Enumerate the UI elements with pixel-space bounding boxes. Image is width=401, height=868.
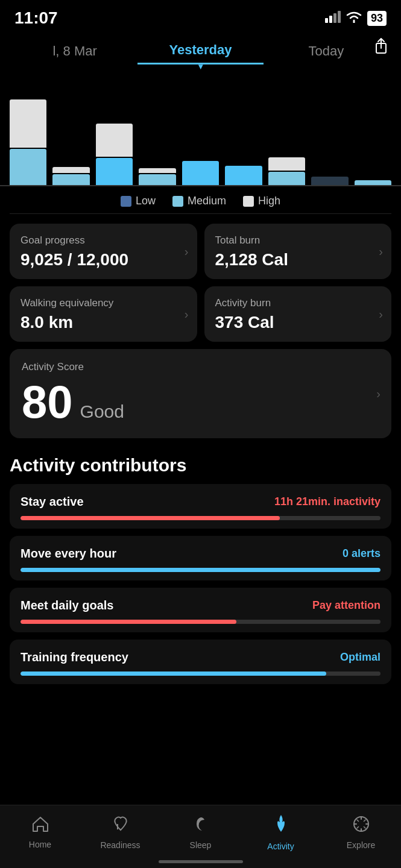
- chart-bar-1: [10, 99, 46, 185]
- activity-burn-label: Activity burn: [215, 297, 381, 309]
- legend-low: Low: [121, 195, 156, 207]
- tab-next[interactable]: Today: [264, 39, 389, 64]
- explore-icon: [352, 815, 370, 837]
- meet-daily-goals-name: Meet daily goals: [21, 599, 114, 612]
- nav-readiness-label: Readiness: [100, 840, 140, 850]
- stay-active-name: Stay active: [21, 495, 84, 509]
- walking-label: Walking equivalency: [21, 297, 186, 309]
- legend-dot-low: [121, 196, 131, 207]
- signal-icon: [325, 11, 341, 25]
- share-button[interactable]: [373, 37, 389, 59]
- contributor-training-frequency[interactable]: Training frequency Optimal: [10, 640, 391, 684]
- sleep-icon: [193, 815, 209, 837]
- legend-high-label: High: [258, 195, 280, 207]
- chart-bar-4: [139, 168, 175, 185]
- contributor-move-every-hour[interactable]: Move every hour 0 alerts: [10, 536, 391, 580]
- home-indicator: [159, 860, 243, 863]
- nav-explore[interactable]: Explore: [321, 815, 401, 850]
- contributor-stay-active[interactable]: Stay active 11h 21min. inactivity: [10, 484, 391, 529]
- stay-active-progress-bg: [21, 516, 380, 520]
- chart-bar-6: [225, 166, 262, 185]
- walking-value: 8.0 km: [21, 313, 186, 332]
- status-bar: 11:07 93: [0, 0, 401, 33]
- activity-burn-chevron: ›: [379, 307, 383, 321]
- wifi-icon: [346, 11, 362, 25]
- goal-progress-chevron: ›: [185, 245, 189, 259]
- stat-card-goal-progress[interactable]: Goal progress 9,025 / 12,000 ›: [10, 224, 197, 279]
- activity-burn-value: 373 Cal: [215, 313, 381, 332]
- tab-prev[interactable]: l, 8 Mar: [12, 39, 137, 64]
- move-every-hour-status: 0 alerts: [343, 547, 380, 560]
- nav-sleep-label: Sleep: [190, 840, 212, 850]
- bottom-navigation: Home Readiness Sleep Activity: [0, 805, 401, 868]
- nav-explore-label: Explore: [347, 840, 375, 850]
- legend-dot-high: [243, 196, 254, 207]
- nav-home-label: Home: [29, 840, 51, 849]
- svg-rect-0: [325, 18, 328, 23]
- legend-medium-label: Medium: [188, 195, 226, 207]
- activity-chart: [0, 64, 401, 185]
- move-every-hour-name: Move every hour: [21, 547, 116, 561]
- move-every-hour-progress-bg: [21, 568, 380, 572]
- chart-bar-5: [182, 161, 219, 185]
- chart-bar-8: [311, 177, 348, 185]
- training-frequency-progress-bg: [21, 671, 380, 676]
- legend-dot-medium: [172, 196, 183, 207]
- battery-badge: 93: [367, 11, 387, 26]
- nav-home[interactable]: Home: [0, 816, 80, 849]
- activity-score-number: 80: [22, 379, 73, 425]
- goal-progress-value: 9,025 / 12,000: [21, 250, 186, 269]
- activity-score-chevron: ›: [376, 387, 380, 401]
- activity-score-value: 80 Good: [22, 379, 379, 425]
- stat-card-walking[interactable]: Walking equivalency 8.0 km ›: [10, 286, 197, 342]
- legend-low-label: Low: [136, 195, 156, 207]
- contributor-meet-daily-goals[interactable]: Meet daily goals Pay attention: [10, 588, 391, 632]
- meet-daily-goals-progress-fill: [21, 620, 236, 624]
- training-frequency-progress-fill: [21, 671, 326, 676]
- legend-high: High: [243, 195, 280, 207]
- chart-bar-2: [52, 167, 89, 185]
- legend-medium: Medium: [172, 195, 226, 207]
- svg-rect-2: [333, 13, 336, 23]
- stay-active-status: 11h 21min. inactivity: [274, 495, 380, 508]
- svg-line-13: [357, 827, 359, 829]
- tab-navigation: l, 8 Mar Yesterday Today: [0, 33, 401, 64]
- readiness-icon: [112, 815, 130, 837]
- svg-rect-3: [338, 11, 341, 23]
- contributors-title: Activity contributors: [0, 438, 401, 484]
- nav-sleep[interactable]: Sleep: [160, 815, 241, 850]
- nav-activity[interactable]: Activity: [241, 814, 321, 851]
- status-icons: 93: [325, 11, 387, 26]
- svg-line-12: [364, 820, 365, 822]
- total-burn-chevron: ›: [379, 245, 383, 259]
- contributor-meet-daily-goals-header: Meet daily goals Pay attention: [21, 599, 380, 612]
- chart-legend: Low Medium High: [0, 186, 401, 213]
- training-frequency-name: Training frequency: [21, 650, 128, 664]
- svg-rect-1: [329, 16, 332, 23]
- walking-chevron: ›: [185, 307, 189, 321]
- contributor-stay-active-header: Stay active 11h 21min. inactivity: [21, 495, 380, 509]
- meet-daily-goals-progress-bg: [21, 620, 380, 624]
- activity-score-qualifier: Good: [80, 401, 124, 422]
- chart-bar-9: [355, 180, 391, 185]
- move-every-hour-progress-fill: [21, 568, 380, 572]
- tab-active[interactable]: Yesterday: [137, 37, 263, 64]
- meet-daily-goals-status: Pay attention: [312, 599, 380, 612]
- stay-active-progress-fill: [21, 516, 280, 520]
- stat-card-activity-burn[interactable]: Activity burn 373 Cal ›: [204, 286, 392, 342]
- svg-line-11: [357, 820, 359, 822]
- contributor-training-frequency-header: Training frequency Optimal: [21, 650, 380, 664]
- goal-progress-label: Goal progress: [21, 234, 186, 247]
- stats-grid: Goal progress 9,025 / 12,000 › Total bur…: [0, 214, 401, 342]
- nav-readiness[interactable]: Readiness: [80, 815, 160, 850]
- chart-bar-7: [268, 157, 305, 185]
- total-burn-label: Total burn: [215, 234, 381, 247]
- home-icon: [31, 816, 49, 837]
- nav-activity-label: Activity: [267, 841, 294, 851]
- activity-score-label: Activity Score: [22, 361, 379, 373]
- stat-card-total-burn[interactable]: Total burn 2,128 Cal ›: [204, 224, 392, 279]
- training-frequency-status: Optimal: [340, 651, 380, 664]
- activity-score-card[interactable]: Activity Score 80 Good ›: [10, 349, 391, 438]
- activity-icon: [273, 814, 289, 838]
- contributor-move-every-hour-header: Move every hour 0 alerts: [21, 547, 380, 561]
